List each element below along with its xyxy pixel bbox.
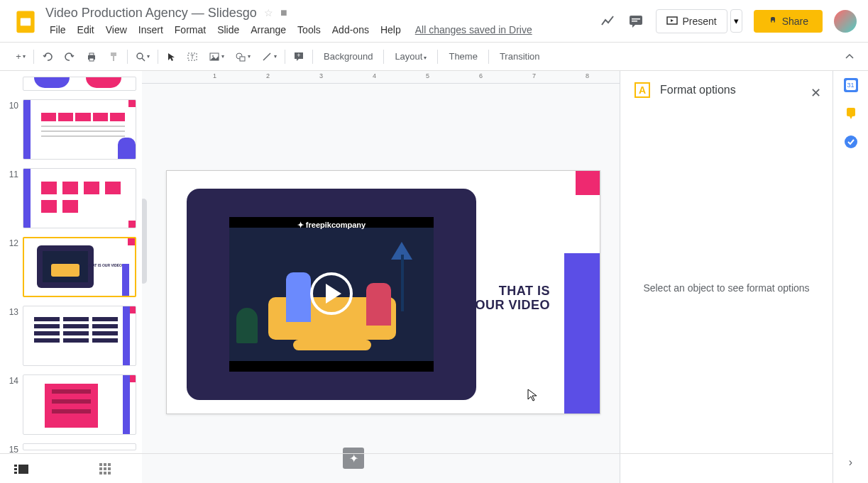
- slide-thumb-15[interactable]: [23, 443, 136, 450]
- move-folder-icon[interactable]: ■: [280, 6, 287, 19]
- grid-view-icon[interactable]: [99, 463, 111, 474]
- menu-bar: File Edit View Insert Format Slide Arran…: [45, 23, 599, 37]
- menu-insert[interactable]: Insert: [134, 23, 167, 37]
- filmstrip-view-icon[interactable]: [14, 463, 28, 474]
- purple-side-bar: [564, 253, 600, 413]
- pink-accent-square: [576, 171, 600, 195]
- menu-tools[interactable]: Tools: [293, 23, 325, 37]
- line-tool[interactable]: ▾: [257, 48, 281, 66]
- layout-button[interactable]: Layout▾: [388, 48, 434, 65]
- svg-rect-36: [99, 472, 102, 474]
- svg-rect-28: [14, 472, 17, 474]
- toolbar-collapse-icon[interactable]: [842, 50, 857, 64]
- svg-text:T: T: [190, 53, 194, 60]
- zoom-button[interactable]: ▾: [131, 48, 154, 66]
- svg-rect-31: [104, 463, 106, 466]
- svg-rect-38: [108, 472, 111, 474]
- thumb-number: 12: [6, 238, 18, 248]
- menu-file[interactable]: File: [45, 23, 70, 37]
- redo-button[interactable]: [60, 48, 79, 66]
- svg-rect-33: [99, 467, 102, 470]
- format-empty-text: Select an object to see format options: [634, 282, 818, 294]
- svg-line-14: [142, 58, 145, 61]
- menu-slide[interactable]: Slide: [213, 23, 243, 37]
- menu-view[interactable]: View: [101, 23, 131, 37]
- svg-line-21: [263, 53, 270, 60]
- svg-point-18: [212, 55, 214, 57]
- svg-rect-29: [18, 465, 28, 474]
- star-icon[interactable]: ☆: [264, 7, 273, 18]
- svg-rect-7: [771, 21, 774, 23]
- background-button[interactable]: Background: [317, 48, 380, 65]
- filmstrip[interactable]: 10 11 12: [0, 71, 142, 483]
- new-slide-button[interactable]: +▾: [11, 48, 30, 66]
- svg-rect-27: [14, 468, 17, 470]
- account-avatar[interactable]: [834, 10, 857, 33]
- svg-rect-37: [104, 472, 106, 474]
- video-brand-text: ✦ freepikcompany: [187, 221, 476, 230]
- comment-tool[interactable]: +: [289, 48, 309, 66]
- svg-rect-30: [99, 463, 102, 466]
- slides-logo[interactable]: [11, 7, 40, 35]
- slide-thumb-12[interactable]: THAT IS OUR VIDEO: [23, 237, 136, 297]
- present-button[interactable]: Present: [656, 9, 727, 33]
- image-tool[interactable]: ▾: [204, 48, 229, 66]
- slide-canvas[interactable]: ✦ freepikcompany THAT IS OUR VIDEO: [166, 170, 600, 414]
- header: Video Production Agency — Slidesgo ☆ ■ F…: [0, 0, 868, 43]
- svg-rect-10: [89, 58, 94, 61]
- share-button[interactable]: Share: [754, 10, 823, 33]
- menu-arrange[interactable]: Arrange: [246, 23, 290, 37]
- keep-addon-icon[interactable]: [844, 106, 858, 121]
- thumb-number: 13: [6, 307, 18, 317]
- menu-edit[interactable]: Edit: [73, 23, 99, 37]
- header-actions: Present ▾ Share: [599, 9, 857, 33]
- svg-rect-32: [108, 463, 111, 466]
- thumb-number: 10: [6, 101, 18, 111]
- sidebar-expand-icon[interactable]: ›: [835, 442, 867, 483]
- svg-rect-1: [21, 18, 31, 26]
- shape-tool[interactable]: ▾: [231, 48, 255, 66]
- format-title: Format options: [660, 84, 736, 96]
- format-options-icon: A: [634, 82, 650, 98]
- menu-help[interactable]: Help: [376, 23, 405, 37]
- select-tool[interactable]: [162, 48, 180, 66]
- activity-icon[interactable]: [599, 13, 616, 30]
- format-panel: A Format options ✕ Select an object to s…: [620, 71, 833, 483]
- svg-rect-34: [104, 467, 106, 470]
- present-label: Present: [682, 16, 716, 27]
- textbox-tool[interactable]: T: [182, 48, 202, 66]
- menu-format[interactable]: Format: [170, 23, 210, 37]
- slide-thumb-9[interactable]: [23, 77, 136, 91]
- svg-rect-9: [89, 53, 94, 55]
- svg-rect-11: [111, 52, 116, 56]
- doc-title[interactable]: Video Production Agency — Slidesgo: [45, 6, 257, 21]
- present-dropdown[interactable]: ▾: [730, 9, 742, 33]
- filmstrip-scrollbar[interactable]: [142, 199, 147, 284]
- transition-button[interactable]: Transition: [493, 48, 547, 65]
- print-button[interactable]: [82, 48, 101, 66]
- slide-thumb-11[interactable]: [23, 168, 136, 228]
- tasks-addon-icon[interactable]: [844, 135, 858, 149]
- close-icon[interactable]: ✕: [811, 85, 821, 101]
- editor-area[interactable]: 1 2 3 4 5 6 7 8: [142, 71, 620, 483]
- toolbar: +▾ ▾ T ▾ ▾ ▾ + Background Layout▾ Theme …: [0, 43, 868, 71]
- menu-addons[interactable]: Add-ons: [328, 23, 373, 37]
- comments-icon[interactable]: [627, 13, 644, 30]
- slide-thumb-10[interactable]: [23, 99, 136, 160]
- theme-button[interactable]: Theme: [441, 48, 484, 65]
- svg-text:A: A: [639, 84, 646, 96]
- undo-button[interactable]: [38, 48, 57, 66]
- calendar-addon-icon[interactable]: 31: [844, 78, 858, 92]
- paint-format-button[interactable]: [104, 48, 123, 66]
- slide-thumb-14[interactable]: [23, 374, 136, 435]
- drive-status[interactable]: All changes saved in Drive: [415, 24, 532, 35]
- slide-heading[interactable]: THAT IS OUR VIDEO: [475, 284, 550, 313]
- svg-text:+: +: [297, 52, 300, 59]
- thumb-number: 11: [6, 170, 18, 179]
- play-icon[interactable]: [310, 272, 353, 315]
- svg-rect-4: [632, 21, 637, 22]
- video-container[interactable]: ✦ freepikcompany: [187, 189, 476, 400]
- thumb-number: 14: [6, 376, 18, 386]
- slide-thumb-13[interactable]: [23, 306, 136, 366]
- svg-rect-2: [630, 16, 642, 25]
